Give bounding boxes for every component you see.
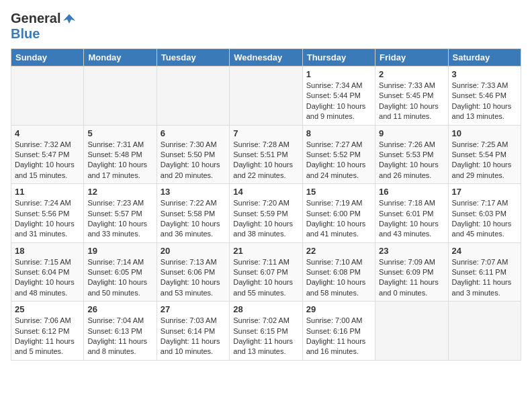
day-number: 14	[233, 187, 298, 197]
day-number: 3	[452, 69, 517, 79]
day-info: Sunrise: 7:17 AMSunset: 6:03 PMDaylight:…	[452, 198, 517, 240]
calendar-cell: 9Sunrise: 7:26 AMSunset: 5:53 PMDaylight…	[375, 125, 448, 184]
day-number: 6	[161, 128, 226, 138]
day-info: Sunrise: 7:09 AMSunset: 6:09 PMDaylight:…	[379, 257, 444, 299]
day-info: Sunrise: 7:24 AMSunset: 5:56 PMDaylight:…	[15, 198, 80, 240]
day-number: 4	[15, 128, 80, 138]
day-info: Sunrise: 7:33 AMSunset: 5:45 PMDaylight:…	[379, 81, 444, 122]
day-info: Sunrise: 7:04 AMSunset: 6:13 PMDaylight:…	[87, 316, 152, 357]
day-header-monday: Monday	[84, 49, 157, 66]
calendar-cell: 22Sunrise: 7:10 AMSunset: 6:08 PMDayligh…	[302, 242, 375, 302]
calendar-cell: 8Sunrise: 7:27 AMSunset: 5:52 PMDaylight…	[302, 125, 375, 184]
day-number: 29	[306, 304, 371, 314]
day-info: Sunrise: 7:27 AMSunset: 5:52 PMDaylight:…	[306, 140, 371, 181]
day-number: 15	[306, 187, 371, 197]
day-number: 25	[15, 304, 80, 314]
calendar-cell: 29Sunrise: 7:00 AMSunset: 6:16 PMDayligh…	[302, 302, 375, 361]
day-number: 16	[379, 187, 444, 197]
calendar-cell: 5Sunrise: 7:31 AMSunset: 5:48 PMDaylight…	[84, 125, 157, 184]
day-number: 1	[306, 69, 371, 79]
calendar-cell: 21Sunrise: 7:11 AMSunset: 6:07 PMDayligh…	[230, 242, 302, 302]
day-info: Sunrise: 7:06 AMSunset: 6:12 PMDaylight:…	[15, 316, 80, 357]
calendar-week-row: 11Sunrise: 7:24 AMSunset: 5:56 PMDayligh…	[11, 184, 521, 243]
day-info: Sunrise: 7:11 AMSunset: 6:07 PMDaylight:…	[233, 257, 298, 299]
day-header-thursday: Thursday	[302, 49, 375, 66]
day-number: 9	[379, 128, 444, 138]
calendar-cell: 2Sunrise: 7:33 AMSunset: 5:45 PMDaylight…	[375, 66, 448, 126]
day-info: Sunrise: 7:30 AMSunset: 5:50 PMDaylight:…	[161, 140, 226, 181]
calendar-cell: 11Sunrise: 7:24 AMSunset: 5:56 PMDayligh…	[11, 184, 84, 243]
calendar-header-row: SundayMondayTuesdayWednesdayThursdayFrid…	[11, 49, 521, 66]
calendar-cell	[448, 302, 521, 361]
day-info: Sunrise: 7:26 AMSunset: 5:53 PMDaylight:…	[379, 140, 444, 181]
logo-general-text: General	[11, 11, 60, 26]
day-header-sunday: Sunday	[11, 49, 84, 66]
calendar-cell: 6Sunrise: 7:30 AMSunset: 5:50 PMDaylight…	[157, 125, 229, 184]
calendar-cell: 1Sunrise: 7:34 AMSunset: 5:44 PMDaylight…	[302, 66, 375, 126]
day-info: Sunrise: 7:32 AMSunset: 5:47 PMDaylight:…	[15, 140, 80, 181]
calendar-cell: 27Sunrise: 7:03 AMSunset: 6:14 PMDayligh…	[157, 302, 229, 361]
logo-blue-text: Blue	[11, 26, 40, 41]
calendar-cell: 23Sunrise: 7:09 AMSunset: 6:09 PMDayligh…	[375, 242, 448, 302]
day-info: Sunrise: 7:28 AMSunset: 5:51 PMDaylight:…	[233, 140, 298, 181]
calendar-cell: 17Sunrise: 7:17 AMSunset: 6:03 PMDayligh…	[448, 184, 521, 243]
day-number: 19	[87, 246, 152, 256]
day-number: 28	[233, 304, 298, 314]
day-number: 8	[306, 128, 371, 138]
svg-marker-0	[63, 14, 75, 24]
day-info: Sunrise: 7:07 AMSunset: 6:11 PMDaylight:…	[452, 257, 517, 299]
day-info: Sunrise: 7:14 AMSunset: 6:05 PMDaylight:…	[87, 257, 152, 299]
logo-bird-icon	[62, 11, 77, 26]
day-number: 10	[452, 128, 517, 138]
calendar-cell: 15Sunrise: 7:19 AMSunset: 6:00 PMDayligh…	[302, 184, 375, 243]
calendar-cell	[230, 66, 302, 126]
calendar-week-row: 4Sunrise: 7:32 AMSunset: 5:47 PMDaylight…	[11, 125, 521, 184]
calendar-cell	[157, 66, 229, 126]
calendar-cell: 28Sunrise: 7:02 AMSunset: 6:15 PMDayligh…	[230, 302, 302, 361]
calendar-cell: 14Sunrise: 7:20 AMSunset: 5:59 PMDayligh…	[230, 184, 302, 243]
day-info: Sunrise: 7:25 AMSunset: 5:54 PMDaylight:…	[452, 140, 517, 181]
calendar-cell: 10Sunrise: 7:25 AMSunset: 5:54 PMDayligh…	[448, 125, 521, 184]
day-header-wednesday: Wednesday	[230, 49, 302, 66]
day-number: 17	[452, 187, 517, 197]
calendar-cell	[11, 66, 84, 126]
calendar-cell: 7Sunrise: 7:28 AMSunset: 5:51 PMDaylight…	[230, 125, 302, 184]
logo: General Blue	[11, 11, 77, 42]
day-number: 5	[87, 128, 152, 138]
day-header-saturday: Saturday	[448, 49, 521, 66]
day-info: Sunrise: 7:18 AMSunset: 6:01 PMDaylight:…	[379, 198, 444, 240]
day-number: 26	[87, 304, 152, 314]
calendar-cell	[375, 302, 448, 361]
calendar-cell: 12Sunrise: 7:23 AMSunset: 5:57 PMDayligh…	[84, 184, 157, 243]
calendar-cell: 24Sunrise: 7:07 AMSunset: 6:11 PMDayligh…	[448, 242, 521, 302]
day-info: Sunrise: 7:20 AMSunset: 5:59 PMDaylight:…	[233, 198, 298, 240]
day-header-tuesday: Tuesday	[157, 49, 229, 66]
day-info: Sunrise: 7:31 AMSunset: 5:48 PMDaylight:…	[87, 140, 152, 181]
calendar-cell: 13Sunrise: 7:22 AMSunset: 5:58 PMDayligh…	[157, 184, 229, 243]
calendar-week-row: 1Sunrise: 7:34 AMSunset: 5:44 PMDaylight…	[11, 66, 521, 126]
calendar-cell	[84, 66, 157, 126]
calendar-week-row: 18Sunrise: 7:15 AMSunset: 6:04 PMDayligh…	[11, 242, 521, 302]
calendar-cell: 4Sunrise: 7:32 AMSunset: 5:47 PMDaylight…	[11, 125, 84, 184]
day-info: Sunrise: 7:22 AMSunset: 5:58 PMDaylight:…	[161, 198, 226, 240]
day-number: 21	[233, 246, 298, 256]
day-number: 12	[87, 187, 152, 197]
calendar-cell: 20Sunrise: 7:13 AMSunset: 6:06 PMDayligh…	[157, 242, 229, 302]
calendar-cell: 3Sunrise: 7:33 AMSunset: 5:46 PMDaylight…	[448, 66, 521, 126]
day-info: Sunrise: 7:00 AMSunset: 6:16 PMDaylight:…	[306, 316, 371, 357]
calendar-cell: 26Sunrise: 7:04 AMSunset: 6:13 PMDayligh…	[84, 302, 157, 361]
day-info: Sunrise: 7:03 AMSunset: 6:14 PMDaylight:…	[161, 316, 226, 357]
day-header-friday: Friday	[375, 49, 448, 66]
day-number: 18	[15, 246, 80, 256]
calendar-cell: 18Sunrise: 7:15 AMSunset: 6:04 PMDayligh…	[11, 242, 84, 302]
day-info: Sunrise: 7:33 AMSunset: 5:46 PMDaylight:…	[452, 81, 517, 122]
day-number: 2	[379, 69, 444, 79]
day-info: Sunrise: 7:19 AMSunset: 6:00 PMDaylight:…	[306, 198, 371, 240]
day-number: 7	[233, 128, 298, 138]
day-number: 27	[161, 304, 226, 314]
header: General Blue	[11, 11, 521, 42]
calendar-cell: 16Sunrise: 7:18 AMSunset: 6:01 PMDayligh…	[375, 184, 448, 243]
day-info: Sunrise: 7:15 AMSunset: 6:04 PMDaylight:…	[15, 257, 80, 299]
calendar-table: SundayMondayTuesdayWednesdayThursdayFrid…	[11, 48, 521, 361]
calendar-week-row: 25Sunrise: 7:06 AMSunset: 6:12 PMDayligh…	[11, 302, 521, 361]
